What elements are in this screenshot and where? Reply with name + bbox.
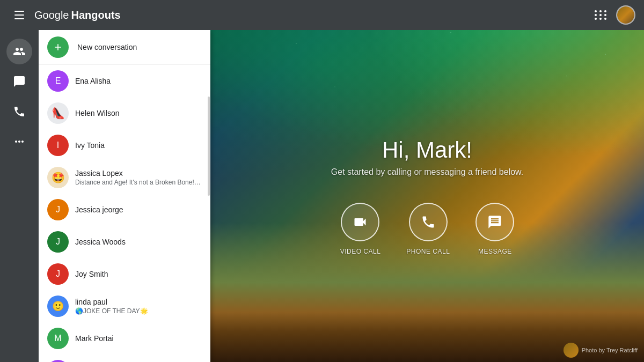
chat-icon bbox=[13, 75, 26, 88]
welcome-subtitle: Get started by calling or messaging a fr… bbox=[331, 167, 523, 177]
photo-credit-thumb bbox=[564, 343, 579, 358]
action-buttons: VIDEO CALL PHONE CALL MESSAGE bbox=[340, 203, 515, 255]
contact-name: Ivy Tonia bbox=[75, 141, 202, 150]
top-bar: Google Hangouts bbox=[0, 0, 644, 30]
sidebar-item-phone[interactable] bbox=[6, 99, 32, 124]
contact-status: 🌎JOKE OF THE DAY🌟 bbox=[75, 307, 202, 315]
list-item[interactable]: I Ivy Tonia bbox=[39, 129, 210, 161]
sidebar-item-chat[interactable] bbox=[6, 69, 32, 94]
photo-credit-text: Photo by Trey Ratcliff bbox=[582, 347, 638, 353]
message-circle bbox=[475, 203, 514, 241]
scroll-track bbox=[207, 30, 210, 362]
contact-name: Jessica jeorge bbox=[75, 205, 202, 214]
grid-dot bbox=[604, 10, 606, 12]
message-icon bbox=[487, 215, 502, 230]
avatar: I bbox=[47, 135, 69, 156]
list-item[interactable]: 🤩 Jassica Lopex Distance and Age! It's n… bbox=[39, 161, 210, 194]
grid-dot bbox=[604, 14, 606, 16]
grid-dots-icon bbox=[595, 10, 608, 20]
contact-name: Ena Alisha bbox=[75, 77, 202, 85]
grid-dot bbox=[595, 10, 597, 12]
contact-name: Jessica Woods bbox=[75, 238, 202, 246]
welcome-title: Hi, Mark! bbox=[382, 137, 472, 163]
video-camera-icon bbox=[353, 215, 368, 230]
contact-name: Joy Smith bbox=[75, 270, 202, 278]
top-bar-right bbox=[590, 4, 635, 26]
contacts-panel: New conversation E Ena Alisha 👠 Helen Wi… bbox=[39, 30, 210, 362]
list-item[interactable]: 👠 Helen Wilson bbox=[39, 97, 210, 129]
avatar: M bbox=[47, 360, 69, 362]
new-conversation-icon bbox=[47, 36, 69, 58]
main-content: Hi, Mark! Get started by calling or mess… bbox=[210, 30, 644, 362]
contact-name: Helen Wilson bbox=[75, 109, 202, 117]
avatar: J bbox=[47, 263, 69, 285]
apps-grid-button[interactable] bbox=[590, 4, 612, 26]
avatar: M bbox=[47, 328, 69, 349]
phone-call-button[interactable]: PHONE CALL bbox=[406, 203, 450, 255]
scroll-thumb[interactable] bbox=[208, 97, 210, 196]
contact-info: Joy Smith bbox=[75, 270, 202, 278]
contact-info: Jessica jeorge bbox=[75, 205, 202, 214]
phone-call-icon bbox=[421, 215, 436, 230]
avatar: 🙂 bbox=[47, 295, 69, 317]
sidebar-item-more[interactable] bbox=[6, 129, 32, 154]
grid-dot bbox=[595, 14, 597, 16]
plus-icon bbox=[53, 42, 63, 53]
video-call-button[interactable]: VIDEO CALL bbox=[340, 203, 381, 255]
hamburger-menu-button[interactable] bbox=[9, 4, 30, 26]
contact-info: Helen Wilson bbox=[75, 109, 202, 117]
sidebar bbox=[0, 30, 39, 362]
welcome-section: Hi, Mark! Get started by calling or mess… bbox=[331, 137, 523, 177]
contact-info: Mark Portai bbox=[75, 334, 202, 343]
grid-dot bbox=[599, 18, 602, 20]
hamburger-line-3 bbox=[14, 18, 24, 19]
avatar: E bbox=[47, 70, 69, 92]
sidebar-item-contacts[interactable] bbox=[6, 39, 32, 64]
contact-name: Jassica Lopex bbox=[75, 169, 202, 178]
new-conversation-label: New conversation bbox=[77, 43, 137, 51]
message-label: MESSAGE bbox=[478, 248, 512, 255]
hamburger-line-2 bbox=[14, 14, 24, 16]
photo-credit: Photo by Trey Ratcliff bbox=[564, 343, 638, 358]
contact-info: Jassica Lopex Distance and Age! It's not… bbox=[75, 169, 202, 186]
list-item[interactable]: M Mark Portai bbox=[39, 322, 210, 354]
phone-icon bbox=[13, 105, 26, 118]
avatar bbox=[617, 6, 634, 24]
contact-info: Ivy Tonia bbox=[75, 141, 202, 150]
more-icon bbox=[13, 135, 26, 148]
contact-name: linda paul bbox=[75, 298, 202, 306]
contact-status: Distance and Age! It's not a Broken Bone… bbox=[75, 179, 202, 186]
avatar: J bbox=[47, 199, 69, 220]
phone-call-circle bbox=[409, 203, 448, 241]
grid-dot bbox=[595, 18, 597, 20]
contact-name: Mark Portai bbox=[75, 334, 202, 343]
list-item[interactable]: 🙂 linda paul 🌎JOKE OF THE DAY🌟 bbox=[39, 290, 210, 322]
contact-info: Ena Alisha bbox=[75, 77, 202, 85]
video-call-circle bbox=[341, 203, 379, 241]
video-call-label: VIDEO CALL bbox=[340, 248, 381, 255]
logo-google-text: Google bbox=[34, 9, 69, 21]
grid-dot bbox=[599, 14, 602, 16]
app-shell: Google Hangouts bbox=[0, 0, 644, 362]
list-item[interactable]: J Jessica Woods bbox=[39, 226, 210, 258]
user-avatar-button[interactable] bbox=[616, 5, 635, 25]
avatar: 👠 bbox=[47, 102, 69, 124]
grid-dot bbox=[599, 10, 602, 12]
contact-info: Jessica Woods bbox=[75, 238, 202, 246]
list-item[interactable]: J Joy Smith bbox=[39, 258, 210, 290]
list-item[interactable]: J Jessica jeorge bbox=[39, 194, 210, 226]
contacts-icon bbox=[13, 45, 26, 58]
logo-hangouts-text: Hangouts bbox=[71, 9, 121, 21]
list-item[interactable]: M Mary Harderson bbox=[39, 354, 210, 362]
new-conversation-item[interactable]: New conversation bbox=[39, 30, 210, 65]
avatar: 🤩 bbox=[47, 167, 69, 188]
list-item[interactable]: E Ena Alisha bbox=[39, 65, 210, 97]
avatar: J bbox=[47, 231, 69, 253]
grid-dot bbox=[604, 18, 606, 20]
contact-info: linda paul 🌎JOKE OF THE DAY🌟 bbox=[75, 298, 202, 315]
hamburger-line-1 bbox=[14, 11, 24, 12]
message-button[interactable]: MESSAGE bbox=[475, 203, 514, 255]
app-logo: Google Hangouts bbox=[34, 9, 121, 21]
phone-call-label: PHONE CALL bbox=[406, 248, 450, 255]
